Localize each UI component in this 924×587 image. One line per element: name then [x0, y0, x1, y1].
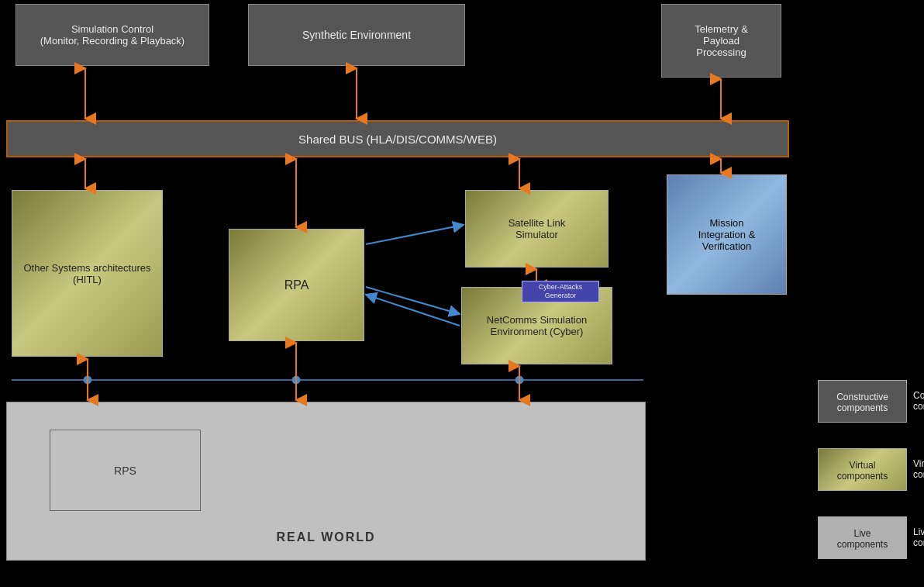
satellite-link-label: Satellite Link Simulator	[509, 217, 566, 240]
legend-virtual-label: Virtualcomponents	[913, 458, 924, 480]
bus-connector-3	[515, 376, 523, 384]
legend-constructive-label: Constructivecomponents	[913, 390, 924, 412]
rps-label: RPS	[114, 464, 136, 477]
rpa-netcomms-arrow	[366, 287, 460, 314]
shared-bus-label: Shared BUS (HLA/DIS/COMMS/WEB)	[298, 133, 497, 146]
satellite-link-box: Satellite Link Simulator	[465, 190, 609, 268]
mission-integration-label: Mission Integration & Verification	[698, 217, 756, 252]
real-world-box: REAL WORLD RPS	[6, 402, 646, 561]
telemetry-payload-label: Telemetry & Payload Processing	[695, 23, 748, 58]
netcomms-label: NetComms Simulation Environment (Cyber)	[487, 314, 587, 337]
shared-bus-box: Shared BUS (HLA/DIS/COMMS/WEB)	[6, 120, 789, 157]
mission-integration-box: Mission Integration & Verification	[667, 174, 787, 295]
cyber-attacks-label: Cyber-Attacks Generator	[539, 283, 583, 300]
legend-constructive-text: Constructivecomponents	[822, 392, 903, 413]
simulation-control-box: Simulation Control (Monitor, Recording &…	[16, 4, 209, 66]
simulation-control-label: Simulation Control (Monitor, Recording &…	[40, 23, 184, 47]
telemetry-payload-box: Telemetry & Payload Processing	[661, 4, 781, 78]
rpa-label: RPA	[284, 278, 309, 292]
other-systems-box: Other Systems architectures (HITL)	[12, 190, 163, 357]
synthetic-environment-box: Synthetic Environment	[248, 4, 465, 66]
synthetic-environment-label: Synthetic Environment	[302, 29, 411, 41]
other-systems-label: Other Systems architectures (HITL)	[24, 262, 151, 285]
real-world-label: REAL WORLD	[276, 530, 375, 544]
rpa-satellite-arrow	[366, 225, 464, 244]
rps-box: RPS	[50, 430, 201, 511]
netcomms-rpa-arrow	[366, 295, 460, 326]
legend-live-label: Livecomponents	[913, 527, 924, 548]
cyber-attacks-badge: Cyber-Attacks Generator	[522, 281, 599, 302]
rpa-box: RPA	[229, 229, 364, 341]
bus-connector-1	[84, 376, 91, 384]
legend-live-text: Livecomponents	[822, 528, 903, 550]
legend-virtual-text: Virtualcomponents	[822, 460, 903, 482]
bus-connector-2	[292, 376, 300, 384]
